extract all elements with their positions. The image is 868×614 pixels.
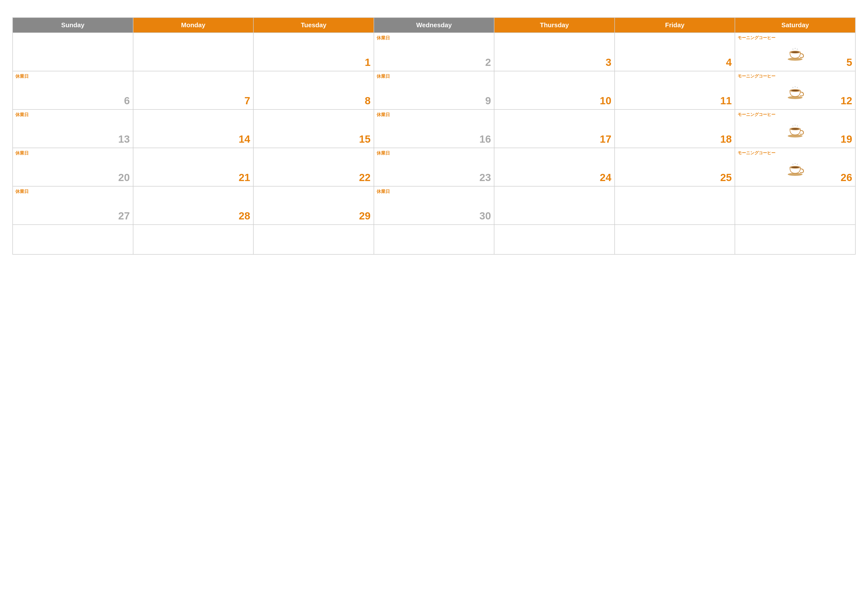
weekday-header-monday: Monday bbox=[133, 17, 254, 33]
day-number: 9 bbox=[485, 95, 491, 107]
svg-point-20 bbox=[791, 167, 799, 168]
svg-point-17 bbox=[797, 125, 798, 127]
calendar-cell-r2-c6: モーニングコーヒー 19 bbox=[735, 109, 856, 148]
calendar-cell-r0-c3: 休業日2 bbox=[374, 33, 494, 71]
svg-point-4 bbox=[795, 48, 796, 49]
coffee-icon bbox=[785, 47, 805, 61]
calendar-cell-r5-c3 bbox=[374, 225, 494, 254]
day-number: 16 bbox=[479, 133, 491, 145]
calendar-cell-r4-c0: 休業日27 bbox=[12, 186, 133, 225]
day-number: 19 bbox=[840, 133, 852, 145]
calendar-cell-r1-c2: 8 bbox=[253, 71, 374, 109]
cell-note: 休業日 bbox=[16, 188, 130, 194]
calendar-cell-r4-c1: 28 bbox=[133, 186, 254, 225]
calendar-cell-r5-c2 bbox=[253, 225, 374, 254]
calendar-cell-r2-c1: 14 bbox=[133, 109, 254, 148]
calendar-row-5: 休業日272829休業日30 bbox=[12, 186, 856, 225]
weekday-header-row: SundayMondayTuesdayWednesdayThursdayFrid… bbox=[12, 17, 856, 33]
calendar-cell-r4-c6 bbox=[735, 186, 856, 225]
calendar-body: 1休業日234モーニングコーヒー 5休業日678休業日91011モーニングコーヒ… bbox=[12, 33, 856, 254]
day-number: 14 bbox=[239, 133, 250, 145]
calendar-cell-r1-c1: 7 bbox=[133, 71, 254, 109]
calendar-cell-r1-c5: 11 bbox=[615, 71, 735, 109]
calendar-cell-r2-c3: 休業日16 bbox=[374, 109, 494, 148]
calendar-cell-r3-c0: 休業日20 bbox=[12, 148, 133, 186]
calendar-cell-r3-c5: 25 bbox=[615, 148, 735, 186]
calendar-cell-r5-c0 bbox=[12, 225, 133, 254]
day-number: 23 bbox=[479, 172, 491, 183]
calendar-cell-r2-c0: 休業日13 bbox=[12, 109, 133, 148]
day-number: 30 bbox=[479, 210, 491, 222]
cell-note: 休業日 bbox=[377, 73, 491, 79]
calendar-cell-r5-c5 bbox=[615, 225, 735, 254]
svg-point-11 bbox=[797, 87, 798, 88]
cell-note: 休業日 bbox=[16, 73, 130, 79]
calendar-cell-r0-c0 bbox=[12, 33, 133, 71]
coffee-icon bbox=[785, 85, 805, 100]
calendar-cell-r1-c4: 10 bbox=[494, 71, 615, 109]
calendar-cell-r2-c5: 18 bbox=[615, 109, 735, 148]
day-number: 27 bbox=[118, 210, 130, 222]
day-number: 26 bbox=[840, 172, 852, 183]
calendar-table: SundayMondayTuesdayWednesdayThursdayFrid… bbox=[12, 17, 856, 255]
weekday-header-friday: Friday bbox=[615, 17, 735, 33]
day-number: 7 bbox=[245, 95, 250, 107]
morning-label: モーニングコーヒー bbox=[738, 35, 852, 40]
day-number: 28 bbox=[239, 210, 250, 222]
morning-label: モーニングコーヒー bbox=[738, 73, 852, 79]
day-number: 17 bbox=[600, 133, 611, 145]
weekday-header-thursday: Thursday bbox=[494, 17, 615, 33]
calendar-cell-r5-c1 bbox=[133, 225, 254, 254]
calendar-cell-r1-c0: 休業日6 bbox=[12, 71, 133, 109]
cell-note: 休業日 bbox=[377, 112, 491, 118]
day-number: 5 bbox=[846, 56, 852, 68]
calendar-cell-r3-c2: 22 bbox=[253, 148, 374, 186]
svg-point-5 bbox=[797, 48, 798, 50]
calendar-cell-r5-c4 bbox=[494, 225, 615, 254]
svg-point-21 bbox=[792, 164, 794, 165]
day-number: 2 bbox=[485, 56, 491, 68]
cell-note: 休業日 bbox=[377, 188, 491, 194]
day-number: 22 bbox=[359, 172, 370, 183]
morning-label: モーニングコーヒー bbox=[738, 112, 852, 117]
day-number: 8 bbox=[365, 95, 370, 107]
calendar-row-3: 休業日131415休業日161718モーニングコーヒー 19 bbox=[12, 109, 856, 148]
calendar-cell-r2-c2: 15 bbox=[253, 109, 374, 148]
day-number: 11 bbox=[720, 95, 732, 107]
day-number: 21 bbox=[239, 172, 250, 183]
weekday-header-tuesday: Tuesday bbox=[253, 17, 374, 33]
calendar-row-2: 休業日678休業日91011モーニングコーヒー 12 bbox=[12, 71, 856, 109]
calendar-cell-r0-c5: 4 bbox=[615, 33, 735, 71]
calendar-cell-r5-c6 bbox=[735, 225, 856, 254]
calendar-row-6 bbox=[12, 225, 856, 254]
day-number: 18 bbox=[720, 133, 732, 145]
calendar-cell-r0-c2: 1 bbox=[253, 33, 374, 71]
calendar-cell-r3-c6: モーニングコーヒー 26 bbox=[735, 148, 856, 186]
day-number: 10 bbox=[600, 95, 611, 107]
calendar-cell-r3-c3: 休業日23 bbox=[374, 148, 494, 186]
calendar-row-4: 休業日202122休業日232425モーニングコーヒー 26 bbox=[12, 148, 856, 186]
day-number: 3 bbox=[606, 56, 611, 68]
svg-point-16 bbox=[795, 124, 796, 126]
day-number: 20 bbox=[118, 172, 130, 183]
svg-point-9 bbox=[792, 87, 794, 88]
day-number: 6 bbox=[124, 95, 130, 107]
svg-point-8 bbox=[791, 90, 799, 92]
calendar-cell-r0-c6: モーニングコーヒー 5 bbox=[735, 33, 856, 71]
day-number: 25 bbox=[720, 172, 732, 183]
day-number: 29 bbox=[359, 210, 370, 222]
cell-note: 休業日 bbox=[16, 150, 130, 156]
svg-point-10 bbox=[795, 86, 796, 87]
svg-point-14 bbox=[791, 128, 799, 130]
calendar-cell-r3-c4: 24 bbox=[494, 148, 615, 186]
svg-point-3 bbox=[792, 48, 794, 50]
calendar-row-1: 1休業日234モーニングコーヒー 5 bbox=[12, 33, 856, 71]
calendar-cell-r0-c1 bbox=[133, 33, 254, 71]
day-number: 4 bbox=[726, 56, 732, 68]
day-number: 24 bbox=[600, 172, 611, 183]
svg-point-23 bbox=[797, 164, 798, 165]
calendar-cell-r2-c4: 17 bbox=[494, 109, 615, 148]
day-number: 1 bbox=[365, 56, 370, 68]
calendar-cell-r1-c6: モーニングコーヒー 12 bbox=[735, 71, 856, 109]
calendar-cell-r4-c4 bbox=[494, 186, 615, 225]
